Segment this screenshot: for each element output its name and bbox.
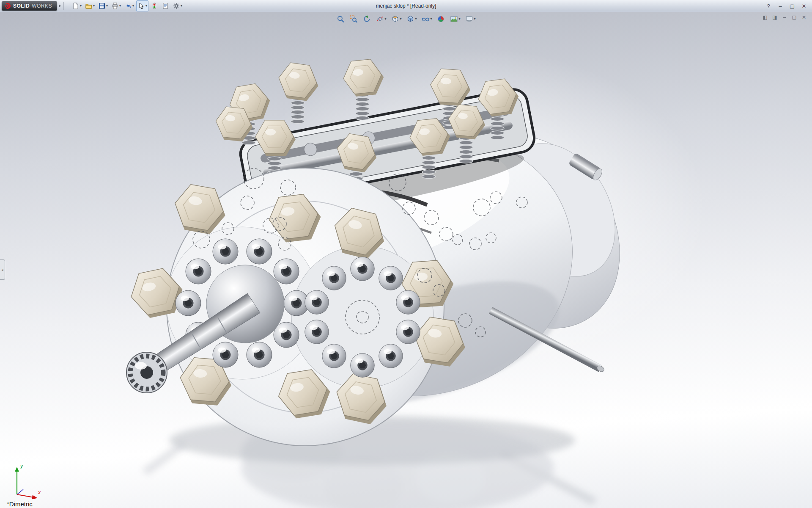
solidworks-window: { "app": { "brand_solid": "SOLID", "bran… xyxy=(0,0,812,508)
previous-view-icon xyxy=(362,15,371,23)
toolbar-separator xyxy=(63,2,64,10)
dropdown-arrow-icon[interactable]: ▾ xyxy=(474,17,476,21)
rebuild-button[interactable] xyxy=(149,0,159,11)
menu-expand-arrow-icon[interactable] xyxy=(59,4,61,8)
triad-y-label: y xyxy=(20,463,23,469)
orientation-triad: y x xyxy=(9,464,47,502)
gearbox-assembly[interactable] xyxy=(126,58,653,446)
brand-works-text: WORKS xyxy=(32,1,52,11)
dropdown-arrow-icon[interactable]: ▾ xyxy=(459,17,461,21)
open-icon xyxy=(85,2,93,10)
dropdown-arrow-icon[interactable]: ▾ xyxy=(181,4,182,8)
dropdown-arrow-icon[interactable]: ▾ xyxy=(384,17,386,21)
options-button[interactable]: ▾ xyxy=(171,0,184,11)
close-button[interactable]: ✕ xyxy=(798,2,809,10)
apply-scene-icon xyxy=(450,15,458,23)
apply-scene-button[interactable]: ▾ xyxy=(448,13,462,25)
main-toolbar: ▾▾▾▾▾▾▾ xyxy=(71,0,184,11)
document-window-controls: ◧◨–▢✕ xyxy=(761,14,808,21)
solidworks-logo[interactable]: SOLIDWORKS xyxy=(2,1,57,11)
print-button[interactable]: ▾ xyxy=(110,0,122,11)
select-icon xyxy=(137,2,145,10)
dropdown-arrow-icon[interactable]: ▾ xyxy=(119,4,121,8)
dropdown-arrow-icon[interactable]: ▾ xyxy=(145,4,147,8)
new-document-button[interactable]: ▾ xyxy=(71,0,83,11)
file-properties-icon xyxy=(162,2,169,10)
window-controls: ?–▢✕ xyxy=(763,0,809,12)
file-properties-button[interactable] xyxy=(160,0,170,11)
minimize-button[interactable]: – xyxy=(775,2,786,10)
open-button[interactable]: ▾ xyxy=(84,0,96,11)
brand-solid-text: SOLID xyxy=(13,1,30,11)
view-settings-button[interactable]: ▾ xyxy=(464,13,477,25)
title-bar: SOLIDWORKS ▾▾▾▾▾▾▾ menjac sklop * [Read-… xyxy=(0,0,812,12)
triad-x-label: x xyxy=(38,489,41,495)
heads-up-view-toolbar: ▾▾▾▾▾▾ xyxy=(335,13,477,25)
graphics-viewport[interactable]: ▾▾▾▾▾▾ ◧◨–▢✕ ◂ xyxy=(0,12,812,508)
display-style-icon xyxy=(406,15,414,23)
dropdown-arrow-icon[interactable]: ▾ xyxy=(415,17,417,21)
doc-close-button[interactable]: ✕ xyxy=(800,14,808,21)
print-icon xyxy=(111,2,119,10)
zoom-to-area-icon xyxy=(349,15,358,23)
zoom-to-area-button[interactable] xyxy=(348,13,359,25)
doc-minimize-button[interactable]: – xyxy=(781,14,788,21)
edit-appearance-button[interactable] xyxy=(435,13,447,25)
view-orientation-button[interactable]: ▾ xyxy=(389,13,403,25)
undo-icon xyxy=(124,2,132,10)
display-style-button[interactable]: ▾ xyxy=(404,13,418,25)
gearbox-3d-model[interactable] xyxy=(0,12,812,508)
options-icon xyxy=(173,2,180,10)
edit-appearance-icon xyxy=(437,15,445,23)
section-view-button[interactable]: ▾ xyxy=(374,13,388,25)
maximize-button[interactable]: ▢ xyxy=(787,2,798,10)
zoom-to-fit-icon xyxy=(336,15,345,23)
dropdown-arrow-icon[interactable]: ▾ xyxy=(431,17,432,21)
save-button[interactable]: ▾ xyxy=(97,0,109,11)
view-settings-icon xyxy=(465,15,474,23)
dropdown-arrow-icon[interactable]: ▾ xyxy=(80,4,82,8)
save-icon xyxy=(98,2,106,10)
dropdown-arrow-icon[interactable]: ▾ xyxy=(132,4,134,8)
help-button[interactable]: ? xyxy=(763,2,774,10)
new-document-icon xyxy=(72,2,80,10)
previous-view-button[interactable] xyxy=(361,13,373,25)
tile-top-button[interactable]: ◨ xyxy=(771,14,779,21)
zoom-to-fit-button[interactable] xyxy=(335,13,346,25)
dropdown-arrow-icon[interactable]: ▾ xyxy=(106,4,108,8)
triad-arrows-icon xyxy=(9,464,47,502)
dropdown-arrow-icon[interactable]: ▾ xyxy=(93,4,95,8)
tile-left-button[interactable]: ◧ xyxy=(761,14,769,21)
dropdown-arrow-icon[interactable]: ▾ xyxy=(400,17,401,21)
view-orientation-icon xyxy=(391,15,399,23)
rebuild-icon xyxy=(151,2,158,10)
doc-restore-button[interactable]: ▢ xyxy=(790,14,798,21)
hide-show-items-icon xyxy=(422,15,430,23)
select-button[interactable]: ▾ xyxy=(136,0,148,11)
hide-show-items-button[interactable]: ▾ xyxy=(420,13,434,25)
undo-button[interactable]: ▾ xyxy=(123,0,135,11)
ds-logo-icon xyxy=(4,3,11,9)
view-orientation-label: *Dimetric xyxy=(7,500,33,508)
section-view-icon xyxy=(376,15,384,23)
